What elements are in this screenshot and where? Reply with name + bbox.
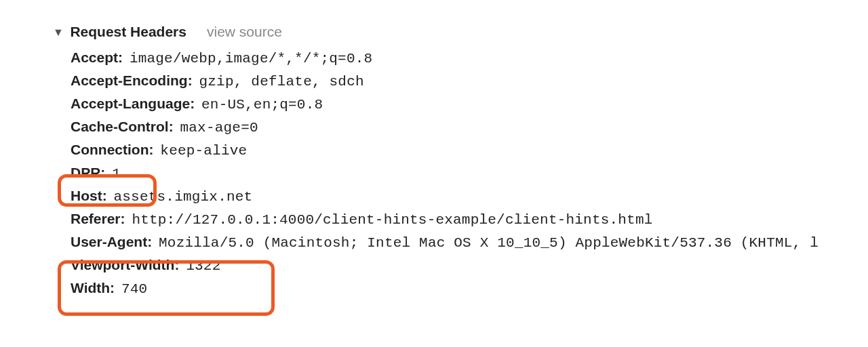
header-value: keep-alive <box>160 143 247 159</box>
header-value: en-US,en;q=0.8 <box>201 97 323 113</box>
header-value: image/webp,image/*,*/*;q=0.8 <box>130 51 372 66</box>
header-key: Viewport-Width: <box>71 257 179 272</box>
header-value: 740 <box>121 281 147 297</box>
header-row-referer: Referer: http://127.0.0.1:4000/client-hi… <box>71 208 868 231</box>
header-row-accept: Accept: image/webp,image/*,*/*;q=0.8 <box>71 47 868 70</box>
header-key: Connection: <box>71 142 153 157</box>
header-row-host: Host: assets.imgix.net <box>71 185 868 208</box>
header-key: User-Agent: <box>71 234 152 249</box>
header-key: Cache-Control: <box>71 119 174 134</box>
header-row-dpr: DPR: 1 <box>71 162 868 185</box>
header-value: http://127.0.0.1:4000/client-hints-examp… <box>132 212 652 228</box>
header-value: assets.imgix.net <box>114 189 253 205</box>
header-row-width: Width: 740 <box>71 277 868 300</box>
header-value: 1 <box>112 166 121 182</box>
header-row-connection: Connection: keep-alive <box>71 139 868 162</box>
header-value: gzip, deflate, sdch <box>199 74 364 89</box>
header-value: max-age=0 <box>180 120 258 136</box>
header-key: Host: <box>71 188 107 203</box>
disclosure-triangle-icon[interactable]: ▼ <box>53 26 64 39</box>
header-key: DPR: <box>71 165 105 180</box>
header-key: Accept: <box>71 49 123 65</box>
header-key: Accept-Language: <box>71 96 195 111</box>
header-key: Referer: <box>71 211 125 226</box>
header-key: Width: <box>71 280 115 295</box>
header-row-cache-control: Cache-Control: max-age=0 <box>71 116 868 139</box>
header-row-accept-encoding: Accept-Encoding: gzip, deflate, sdch <box>71 70 868 93</box>
header-row-user-agent: User-Agent: Mozilla/5.0 (Macintosh; Inte… <box>71 231 868 254</box>
header-key: Accept-Encoding: <box>71 73 193 88</box>
section-header[interactable]: ▼ Request Headers view source <box>53 24 868 40</box>
headers-list: Accept: image/webp,image/*,*/*;q=0.8 Acc… <box>71 47 868 300</box>
section-title: Request Headers <box>70 24 186 39</box>
header-row-accept-language: Accept-Language: en-US,en;q=0.8 <box>71 93 868 116</box>
header-row-viewport-width: Viewport-Width: 1322 <box>71 254 868 277</box>
header-value: Mozilla/5.0 (Macintosh; Intel Mac OS X 1… <box>159 235 818 251</box>
view-source-link[interactable]: view source <box>207 24 282 40</box>
header-value: 1322 <box>186 258 220 274</box>
